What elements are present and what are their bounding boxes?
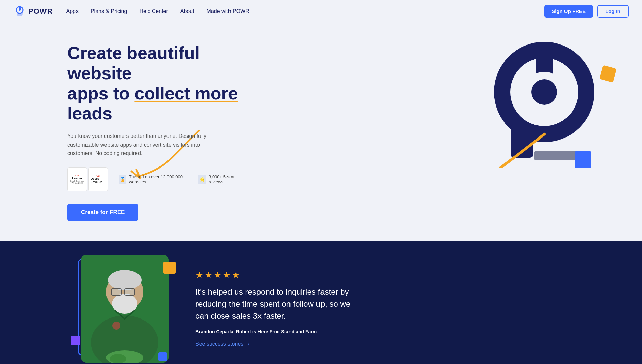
testimonial-image-area xyxy=(67,255,169,363)
hero-title-part1: Create beautiful website xyxy=(67,43,200,83)
star-rating: ★ ★ ★ ★ ★ xyxy=(195,270,602,280)
hero-title: Create beautiful website apps to collect… xyxy=(67,43,243,124)
testimonial-content: ★ ★ ★ ★ ★ It's helped us respond to inqu… xyxy=(195,270,602,347)
login-button[interactable]: Log In xyxy=(597,5,629,18)
logo[interactable]: POWR xyxy=(13,5,53,18)
svg-rect-1 xyxy=(19,7,21,11)
navbar-links: Apps Plans & Pricing Help Center About M… xyxy=(66,8,544,14)
hero-subtitle: You know your customers better than anyo… xyxy=(67,132,216,158)
star-5: ★ xyxy=(232,270,240,280)
svg-point-17 xyxy=(112,322,120,330)
svg-point-5 xyxy=(531,79,557,105)
trust-reviews-text: 3,000+ 5-star reviews xyxy=(209,174,243,184)
hero-title-highlight: collect more xyxy=(134,84,238,103)
create-free-button[interactable]: Create for FREE xyxy=(67,204,138,221)
g2-badge-leader: G2 Leader Small Business Winter 2024 xyxy=(67,167,87,191)
trust-badge-reviews: ⭐ 3,000+ 5-star reviews xyxy=(198,174,243,184)
hero-badges: G2 Leader Small Business Winter 2024 G2 … xyxy=(67,167,243,191)
nav-apps[interactable]: Apps xyxy=(66,8,78,14)
svg-rect-7 xyxy=(534,151,581,160)
trust-badge-websites: 🏅 Trusted on over 12,000,000 websites xyxy=(119,174,187,184)
hero-title-part2: apps to xyxy=(67,84,134,103)
testimonial-section: ★ ★ ★ ★ ★ It's helped us respond to inqu… xyxy=(0,241,642,364)
logo-text: POWR xyxy=(28,7,53,16)
star-1: ★ xyxy=(195,270,203,280)
deco-blue-square xyxy=(158,352,167,361)
testimonial-person-photo xyxy=(81,255,169,363)
deco-purple-square xyxy=(71,336,80,345)
trust-reviews-icon: ⭐ xyxy=(198,175,206,184)
hero-title-part3: leads xyxy=(67,103,112,123)
g2-leader-sub: Small Business Winter 2024 xyxy=(70,180,85,184)
powr-hero-logo xyxy=(467,40,608,168)
svg-rect-15 xyxy=(125,289,135,295)
success-stories-link[interactable]: See success stories → xyxy=(195,341,602,347)
hero-content: Create beautiful website apps to collect… xyxy=(67,43,243,221)
nav-help-center[interactable]: Help Center xyxy=(139,8,168,14)
testimonial-quote: It's helped us respond to inquiries fast… xyxy=(195,286,364,322)
g2-badges: G2 Leader Small Business Winter 2024 G2 … xyxy=(67,167,108,191)
navbar-actions: Sign Up FREE Log In xyxy=(544,5,629,18)
g2-leader-label: Leader xyxy=(72,177,82,180)
star-2: ★ xyxy=(205,270,212,280)
svg-rect-14 xyxy=(111,289,121,295)
star-3: ★ xyxy=(214,270,221,280)
g2-users-label: Users Love Us xyxy=(91,177,105,184)
deco-yellow-square xyxy=(163,262,176,274)
svg-point-12 xyxy=(108,270,142,290)
testimonial-author: Brandon Cepada, Robert is Here Fruit Sta… xyxy=(195,329,602,334)
g2-badge-users: G2 Users Love Us xyxy=(88,167,108,191)
trust-websites-icon: 🏅 xyxy=(119,175,126,184)
nav-made-with-powr[interactable]: Made with POWR xyxy=(207,8,249,14)
trust-websites-text: Trusted on over 12,000,000 websites xyxy=(129,174,188,184)
star-4: ★ xyxy=(223,270,231,280)
signup-button[interactable]: Sign Up FREE xyxy=(544,5,593,18)
nav-plans-pricing[interactable]: Plans & Pricing xyxy=(91,8,127,14)
svg-rect-8 xyxy=(575,151,591,168)
navbar: POWR Apps Plans & Pricing Help Center Ab… xyxy=(0,0,642,23)
hero-section: Create beautiful website apps to collect… xyxy=(0,23,642,241)
nav-about[interactable]: About xyxy=(180,8,194,14)
